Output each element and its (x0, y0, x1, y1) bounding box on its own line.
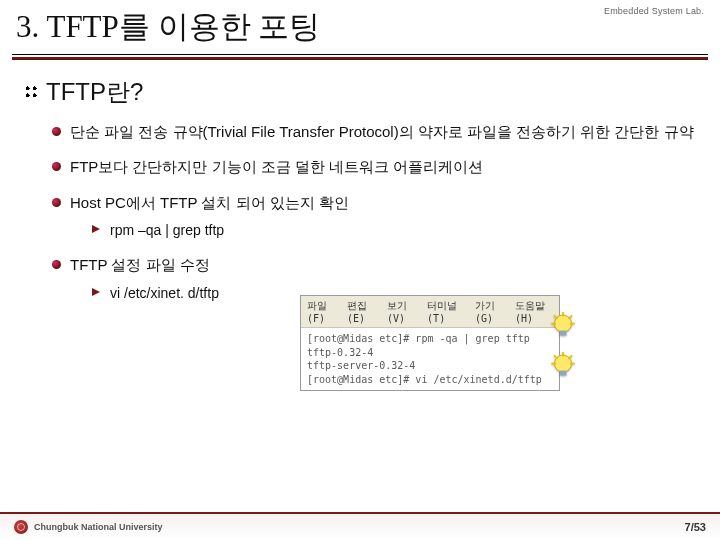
svg-rect-1 (560, 330, 567, 335)
footer: Chungbuk National University 7/53 (0, 512, 720, 540)
terminal-body: [root@Midas etc]# rpm -qa | grep tftp tf… (301, 328, 559, 390)
terminal-line: [root@Midas etc]# vi /etc/xinetd.d/tftp (307, 373, 553, 387)
terminal-menubar: 파일(F) 편집(E) 보기(V) 터미널(T) 가기(G) 도움말(H) (301, 296, 559, 328)
section-heading: TFTP란? (24, 76, 696, 108)
menu-item: 가기(G) (475, 299, 505, 324)
sub-text: vi /etc/xinet. d/tftp (110, 285, 219, 301)
bullet-text: Host PC에서 TFTP 설치 되어 있는지 확인 (70, 194, 349, 211)
sub-item: rpm –qa | grep tftp (92, 220, 696, 242)
terminal-line: tftp-server-0.32-4 (307, 359, 553, 373)
bullet-text: TFTP 설정 파일 수정 (70, 256, 210, 273)
slide-title: 3. TFTP를 이용한 포팅 (16, 6, 704, 48)
bullet-item: FTP보다 간단하지만 기능이 조금 덜한 네트워크 어플리케이션 (52, 155, 696, 178)
bullet-text: 단순 파일 전송 규약(Trivial File Transfer Protoc… (70, 123, 694, 140)
lightbulb-icon (546, 310, 580, 344)
lab-label: Embedded System Lab. (604, 6, 704, 16)
university-name: Chungbuk National University (34, 522, 163, 532)
terminal-line: [root@Midas etc]# rpm -qa | grep tftp (307, 332, 553, 346)
sub-list: rpm –qa | grep tftp (92, 220, 696, 242)
menu-item: 편집(E) (347, 299, 377, 324)
terminal-window: 파일(F) 편집(E) 보기(V) 터미널(T) 가기(G) 도움말(H) [r… (300, 295, 560, 391)
sub-text: rpm –qa | grep tftp (110, 222, 224, 238)
menu-item: 터미널(T) (427, 299, 465, 324)
menu-item: 보기(V) (387, 299, 417, 324)
title-rule (12, 54, 708, 60)
bullet-text: FTP보다 간단하지만 기능이 조금 덜한 네트워크 어플리케이션 (70, 158, 483, 175)
terminal-line: tftp-0.32-4 (307, 346, 553, 360)
university-logo-icon (14, 520, 28, 534)
university-brand: Chungbuk National University (14, 520, 163, 534)
grid-bullet-icon (24, 85, 38, 99)
bullet-list: 단순 파일 전송 규약(Trivial File Transfer Protoc… (52, 120, 696, 304)
page-number: 7/53 (685, 521, 706, 533)
content: TFTP란? 단순 파일 전송 규약(Trivial File Transfer… (0, 60, 720, 304)
svg-rect-3 (560, 370, 567, 375)
menu-item: 파일(F) (307, 299, 337, 324)
bullet-item: Host PC에서 TFTP 설치 되어 있는지 확인 rpm –qa | gr… (52, 191, 696, 242)
slide: Embedded System Lab. 3. TFTP를 이용한 포팅 TFT… (0, 0, 720, 540)
lightbulb-icon (546, 350, 580, 384)
bullet-item: 단순 파일 전송 규약(Trivial File Transfer Protoc… (52, 120, 696, 143)
section-heading-text: TFTP란? (46, 76, 143, 108)
